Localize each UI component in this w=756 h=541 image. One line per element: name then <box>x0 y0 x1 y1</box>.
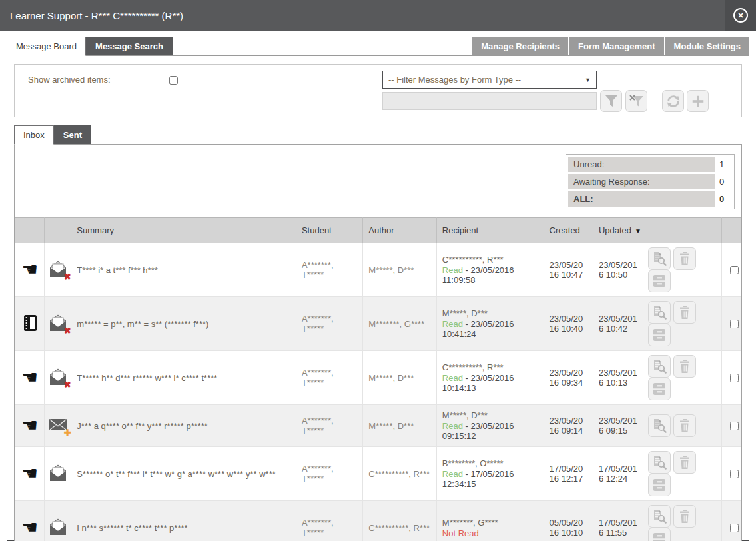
show-archived-label: Show archived items: <box>28 75 111 85</box>
clear-filter-button[interactable] <box>625 90 647 112</box>
close-icon: ✕ <box>733 8 748 23</box>
row-updated: 23/05/2016 10:50 <box>593 243 645 297</box>
manage-recipients-button[interactable]: Manage Recipients <box>472 37 568 55</box>
table-row: ✖ m***** = p**, m** = s** (******* f***)… <box>15 297 741 351</box>
row-summary: S****** o* t** f*** i* t*** w* g* a**** … <box>71 447 296 501</box>
recipient-read-status: Read - 17/05/2016 12:34:15 <box>442 469 538 489</box>
archive-button[interactable] <box>648 324 671 346</box>
row-updated: 23/05/2016 09:15 <box>593 405 645 447</box>
row-author: M*******, G**** <box>363 297 437 351</box>
row-type-cell: ☚ <box>15 501 45 541</box>
row-checkbox[interactable] <box>730 422 739 430</box>
status-separator: - <box>463 265 471 275</box>
archive-icon <box>652 382 667 396</box>
delete-button[interactable] <box>673 505 696 528</box>
form-management-button[interactable]: Form Management <box>569 37 664 55</box>
col-updated[interactable]: Updated▼ <box>593 218 645 243</box>
table-row: ☚ ✖ T***** h** d*** r***** w*** i* c****… <box>15 351 741 405</box>
row-actions <box>645 405 722 447</box>
view-button[interactable] <box>648 301 671 324</box>
archive-button[interactable] <box>648 270 671 292</box>
archive-button[interactable] <box>648 474 671 496</box>
add-message-button[interactable] <box>687 90 709 112</box>
row-created: 23/05/2016 10:40 <box>544 297 593 351</box>
show-archived-checkbox[interactable] <box>169 76 178 85</box>
close-button[interactable]: ✕ <box>725 0 756 31</box>
read-status: Read <box>442 421 463 431</box>
col-recipient[interactable]: Recipient <box>436 218 544 243</box>
row-updated: 23/05/2016 10:42 <box>593 297 645 351</box>
deleted-badge-icon: ✖ <box>64 326 71 335</box>
row-actions <box>645 297 722 351</box>
row-checkbox[interactable] <box>730 320 739 328</box>
row-checkbox[interactable] <box>730 266 739 274</box>
row-recipient: M*******, G**** Not Read <box>436 501 544 541</box>
filter-search-input[interactable] <box>382 92 597 110</box>
row-student: A*******, T***** <box>296 297 362 351</box>
row-checkbox[interactable] <box>730 374 739 382</box>
tab-message-board[interactable]: Message Board <box>7 37 86 56</box>
col-type <box>15 218 45 243</box>
row-checkbox[interactable] <box>730 470 739 478</box>
delete-button[interactable] <box>673 247 696 270</box>
module-settings-button[interactable]: Module Settings <box>665 37 749 55</box>
stats-box: Unread: 1 Awaiting Response: 0 ALL: 0 <box>566 154 735 209</box>
apply-filter-button[interactable] <box>600 90 622 112</box>
read-status: Read <box>442 469 463 479</box>
unread-value: 1 <box>715 157 732 172</box>
recipient-read-status: Read - 23/05/2016 09:15:12 <box>442 421 538 441</box>
delete-button[interactable] <box>673 451 696 474</box>
archive-button[interactable] <box>648 528 671 541</box>
row-created: 17/05/2016 12:17 <box>544 447 593 501</box>
funnel-icon <box>604 94 619 109</box>
recipient-name: M*****, D*** <box>442 308 538 318</box>
all-label: ALL: <box>568 191 715 207</box>
delete-button[interactable] <box>673 301 696 324</box>
delete-button[interactable] <box>673 414 696 437</box>
archive-button[interactable] <box>648 378 671 400</box>
recipient-name: B********, O***** <box>442 458 538 468</box>
hand-icon: ☚ <box>21 464 38 483</box>
view-button[interactable] <box>648 247 671 270</box>
archive-icon <box>652 328 667 342</box>
view-button[interactable] <box>648 414 671 437</box>
read-status: Not Read <box>442 528 479 538</box>
main-tabs-row: Message Board Message Search Manage Reci… <box>7 37 749 55</box>
row-checkbox-cell <box>721 243 741 297</box>
tab-sent[interactable]: Sent <box>54 125 91 144</box>
tab-inbox[interactable]: Inbox <box>14 125 54 145</box>
col-author[interactable]: Author <box>363 218 437 243</box>
tab-message-search[interactable]: Message Search <box>86 37 173 55</box>
row-checkbox-cell <box>721 501 741 541</box>
row-checkbox-cell <box>721 405 741 447</box>
recipient-read-status: Read - 23/05/2016 11:09:58 <box>442 265 538 285</box>
hand-icon: ☚ <box>21 416 38 435</box>
delete-button[interactable] <box>673 355 696 378</box>
form-type-select[interactable]: -- Filter Messages by Form Type -- <box>382 71 597 89</box>
col-created[interactable]: Created <box>544 218 593 243</box>
inbox-panel: Unread: 1 Awaiting Response: 0 ALL: 0 <box>14 144 742 541</box>
recipient-read-status: Read - 23/05/2016 10:14:13 <box>442 373 538 393</box>
table-row: ☚ ✚ J*** a q**** o** f** y*** r***** p**… <box>15 405 741 447</box>
refresh-button[interactable] <box>662 90 684 112</box>
mail-open-deleted-icon: ✖ <box>48 368 68 386</box>
row-mail-status-cell: ✖ <box>45 243 71 297</box>
all-value: 0 <box>715 191 732 207</box>
stats-row-awaiting: Awaiting Response: 0 <box>568 174 732 189</box>
view-button[interactable] <box>648 355 671 378</box>
col-summary[interactable]: Summary <box>71 218 296 243</box>
refresh-icon <box>666 94 681 109</box>
col-student[interactable]: Student <box>296 218 362 243</box>
status-separator: - <box>463 421 471 431</box>
stats-row-all: ALL: 0 <box>568 191 732 207</box>
mail-open-deleted-icon: ✖ <box>48 260 68 278</box>
view-button[interactable] <box>648 505 671 528</box>
row-checkbox[interactable] <box>730 524 739 532</box>
row-actions <box>645 243 722 297</box>
hand-icon: ☚ <box>21 518 38 537</box>
recipient-name: C**********, R*** <box>442 255 538 265</box>
recipient-name: M*****, D*** <box>442 410 538 420</box>
view-button[interactable] <box>648 451 671 474</box>
table-row: ☚ ✖ T**** i* a t*** f*** h*** A*******, … <box>15 243 741 297</box>
row-updated: 17/05/2016 11:55 <box>593 501 645 541</box>
